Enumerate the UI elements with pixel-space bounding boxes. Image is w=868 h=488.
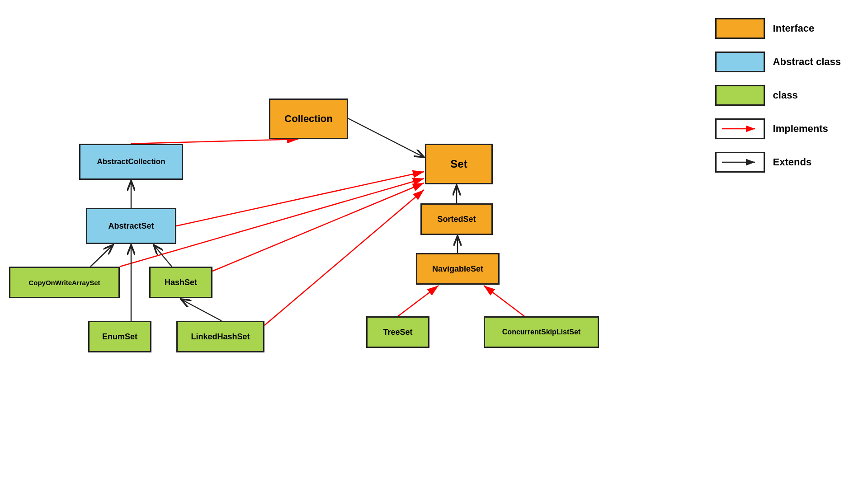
- legend-extends-label: Extends: [773, 156, 812, 168]
- node-concurrent-skip-list-set: ConcurrentSkipListSet: [484, 316, 599, 348]
- legend-class-label: class: [773, 89, 798, 101]
- diagram-container: Collection AbstractCollection AbstractSe…: [0, 0, 868, 488]
- node-collection: Collection: [269, 99, 348, 139]
- legend-implements-arrow-svg: [720, 124, 760, 133]
- svg-line-11: [264, 190, 424, 325]
- node-abstract-set: AbstractSet: [86, 208, 176, 244]
- node-copy-on-write-array-set: CopyOnWriteArraySet: [9, 267, 120, 298]
- legend-extends-arrow-svg: [720, 158, 760, 167]
- svg-line-16: [348, 118, 424, 157]
- legend: Interface Abstract class class: [715, 18, 841, 173]
- svg-line-10: [181, 299, 222, 321]
- node-set: Set: [425, 144, 493, 184]
- svg-line-14: [398, 286, 439, 316]
- legend-implements-arrow-box: [715, 118, 765, 139]
- svg-line-7: [154, 245, 172, 267]
- node-hash-set: HashSet: [149, 267, 212, 298]
- legend-class: class: [715, 85, 841, 106]
- legend-abstract-box: [715, 52, 765, 72]
- svg-line-15: [484, 286, 524, 316]
- legend-abstract-label: Abstract class: [773, 56, 841, 68]
- legend-extends-arrow-box: [715, 152, 765, 173]
- node-sorted-set: SortedSet: [420, 203, 493, 235]
- svg-line-5: [90, 245, 113, 267]
- node-linked-hash-set: LinkedHashSet: [176, 321, 264, 352]
- legend-interface-box: [715, 18, 765, 39]
- legend-class-box: [715, 85, 765, 106]
- svg-line-8: [212, 183, 424, 271]
- legend-abstract: Abstract class: [715, 52, 841, 72]
- legend-interface: Interface: [715, 18, 841, 39]
- node-navigable-set: NavigableSet: [416, 253, 500, 285]
- svg-line-2: [131, 139, 298, 144]
- node-abstract-collection: AbstractCollection: [79, 144, 183, 180]
- legend-implements: Implements: [715, 118, 841, 139]
- node-enum-set: EnumSet: [88, 321, 151, 352]
- node-tree-set: TreeSet: [366, 316, 429, 348]
- legend-interface-label: Interface: [773, 23, 815, 34]
- svg-line-4: [176, 172, 424, 226]
- legend-implements-label: Implements: [773, 123, 828, 135]
- legend-extends: Extends: [715, 152, 841, 173]
